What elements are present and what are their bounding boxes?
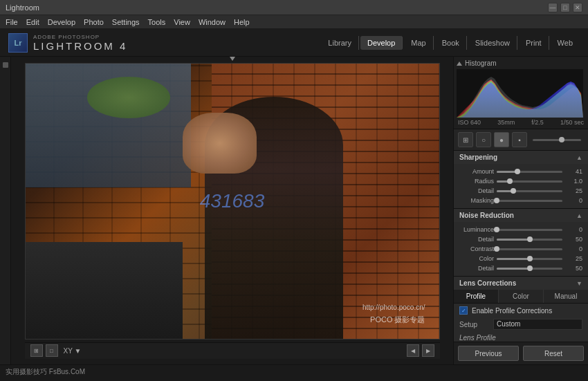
reset-button[interactable]: Reset [523, 346, 584, 361]
menu-tools[interactable]: Tools [148, 18, 166, 26]
luminance-track[interactable] [497, 229, 562, 231]
amount-label: Amount [459, 168, 494, 175]
photo-watermark2: http://photo.poco.cn/ [362, 304, 425, 311]
masking-value: 0 [565, 197, 582, 204]
contrast-handle[interactable] [494, 246, 499, 252]
menu-settings[interactable]: Settings [112, 18, 140, 26]
minimize-button[interactable]: — [548, 3, 558, 12]
red-eye-tool[interactable]: ● [494, 132, 509, 147]
histogram-canvas [457, 69, 583, 118]
lens-arrow: ▼ [576, 280, 582, 287]
contrast-label: Contrast [459, 245, 494, 252]
detail-track[interactable] [497, 190, 562, 192]
tab-map[interactable]: Map [404, 36, 433, 50]
masking-track[interactable] [497, 200, 562, 202]
photo-area: 431683 POCO 摄影专题 http://photo.poco.cn/ ⊞… [11, 57, 453, 364]
color-detail-handle[interactable] [527, 266, 533, 271]
spot-tool[interactable]: ○ [476, 132, 491, 147]
nr-detail-value: 50 [565, 236, 582, 243]
panel-bottom: Previous Reset [454, 342, 588, 364]
noise-header[interactable]: Noise Reduction ▲ [454, 209, 588, 222]
tab-book[interactable]: Book [435, 36, 467, 50]
nr-detail-handle[interactable] [527, 236, 533, 242]
sharpening-title: Sharpening [459, 154, 497, 161]
histogram-collapse[interactable] [457, 62, 462, 66]
nr-detail-label: Detail [459, 236, 494, 243]
masking-handle[interactable] [494, 198, 499, 203]
left-panel [0, 57, 11, 364]
iso-value: ISO 640 [458, 119, 481, 126]
fill-button[interactable]: □ [46, 344, 58, 357]
radius-track[interactable] [497, 180, 562, 183]
luminance-row: Luminance 0 [454, 225, 588, 234]
color-handle[interactable] [527, 256, 533, 261]
amount-track[interactable] [497, 171, 562, 173]
status-text: 实用摄影技巧 FsBus.CoM [6, 367, 85, 377]
menu-photo[interactable]: Photo [84, 18, 104, 26]
tab-slideshow[interactable]: Slideshow [468, 36, 517, 50]
shutter-value: 1/50 sec [560, 119, 584, 126]
right-scroll-area[interactable]: Sharpening ▲ Amount 41 Radius [454, 151, 588, 342]
detail-row: Detail 25 [454, 186, 588, 196]
amount-handle[interactable] [515, 169, 520, 174]
menubar: File Edit Develop Photo Settings Tools V… [0, 15, 588, 29]
exposure-slider[interactable] [533, 139, 581, 141]
window-controls: — □ ✕ [548, 3, 582, 12]
brand-label: ADOBE PHOTOSHOP [33, 34, 127, 40]
fit-button[interactable]: ⊞ [30, 344, 43, 357]
noise-title: Noise Reduction [459, 212, 514, 219]
next-photo[interactable]: ▶ [422, 344, 434, 357]
color-label: Color [459, 255, 494, 262]
maximize-button[interactable]: □ [560, 3, 570, 12]
color-track[interactable] [497, 258, 562, 260]
previous-button[interactable]: Previous [458, 346, 519, 361]
aperture-value: f/2.5 [531, 119, 544, 126]
detail-handle[interactable] [511, 188, 516, 194]
radius-label: Radius [459, 178, 494, 185]
menu-develop[interactable]: Develop [48, 18, 75, 26]
zoom-label: XY ▼ [64, 347, 82, 355]
gradient-tool[interactable]: ▪ [512, 132, 527, 147]
foliage [87, 77, 170, 118]
lens-header[interactable]: Lens Corrections ▼ [454, 277, 588, 290]
amount-row: Amount 41 [454, 167, 588, 176]
tab-develop[interactable]: Develop [360, 36, 403, 50]
tab-web[interactable]: Web [551, 36, 580, 50]
menu-view[interactable]: View [174, 18, 190, 26]
sharpening-header[interactable]: Sharpening ▲ [454, 151, 588, 164]
enable-corrections-checkbox[interactable]: ✓ [459, 306, 468, 315]
enable-corrections-label: Enable Profile Corrections [472, 307, 552, 315]
menu-window[interactable]: Window [199, 18, 226, 26]
sharpening-section: Sharpening ▲ Amount 41 Radius [454, 151, 588, 209]
luminance-handle[interactable] [494, 227, 499, 232]
tab-manual[interactable]: Manual [544, 290, 588, 303]
radius-handle[interactable] [507, 178, 513, 184]
lr-badge-text: Lr [15, 39, 22, 47]
photo-watermark1: POCO 摄影专题 [370, 315, 425, 325]
contrast-row: Contrast 0 [454, 244, 588, 254]
contrast-track[interactable] [497, 248, 562, 250]
nr-detail-track[interactable] [497, 239, 562, 241]
tab-library[interactable]: Library [321, 36, 359, 50]
crop-tool[interactable]: ⊞ [458, 132, 473, 147]
photo-container[interactable]: 431683 POCO 摄影专题 http://photo.poco.cn/ [25, 63, 440, 340]
menu-edit[interactable]: Edit [26, 18, 39, 26]
tools-row: ⊞ ○ ● ▪ [454, 129, 588, 151]
radius-value: 1.0 [565, 178, 582, 185]
color-detail-fill [497, 268, 530, 270]
tab-profile[interactable]: Profile [454, 290, 499, 303]
menu-file[interactable]: File [6, 18, 18, 26]
menu-help[interactable]: Help [234, 18, 250, 26]
sharpening-arrow: ▲ [576, 154, 582, 161]
close-button[interactable]: ✕ [573, 3, 582, 12]
setup-label: Setup [459, 321, 490, 328]
bottom-toolbar: ⊞ □ XY ▼ ◀ ▶ [25, 342, 440, 359]
setup-row: Setup Custom [454, 317, 588, 331]
lens-value: 35mm [497, 119, 515, 126]
tab-color[interactable]: Color [499, 290, 544, 303]
lr-badge: Lr [8, 33, 28, 53]
color-detail-track[interactable] [497, 268, 562, 270]
prev-photo[interactable]: ◀ [407, 344, 419, 357]
tab-print[interactable]: Print [519, 36, 549, 50]
detail-label: Detail [459, 187, 494, 194]
